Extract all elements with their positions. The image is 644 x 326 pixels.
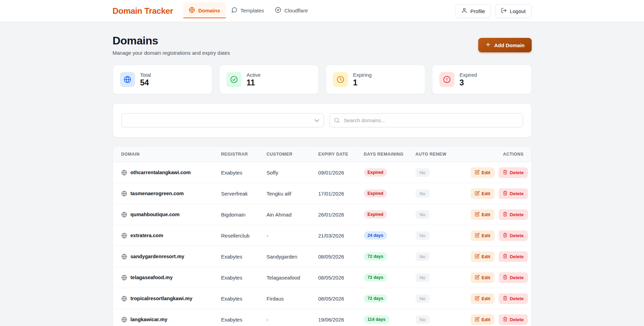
delete-button[interactable]: Delete [499,188,528,199]
main-nav: Domains Templates Cloudflare [183,0,313,22]
registrar-cell: Bigdomain [217,204,263,225]
trash-icon [503,254,508,260]
plus-circle-icon [275,7,281,14]
edit-button[interactable]: Edit [471,293,495,304]
add-domain-button[interactable]: Add Domain [478,38,531,52]
edit-button[interactable]: Edit [471,314,495,325]
edit-button-label: Edit [482,296,491,301]
edit-pencil-icon [475,170,480,176]
nav-tab-label: Cloudflare [284,8,308,13]
filter-bar [113,103,532,137]
search-input[interactable] [329,113,523,127]
globe-icon [121,191,127,197]
col-header-auto-renew: AUTO RENEW [411,147,467,162]
chat-bubble-icon [231,7,237,14]
delete-button[interactable]: Delete [499,167,528,178]
nav-tab-cloudflare[interactable]: Cloudflare [269,2,313,18]
days-remaining-badge: Expired [364,210,387,219]
customer-cell: Soffy [263,162,314,183]
auto-renew-badge: No [416,231,430,240]
registrar-cell: Exabytes [217,309,263,326]
trash-icon [503,275,508,281]
profile-button[interactable]: Profile [456,4,491,18]
app-logo: Domain Tracker [113,6,173,16]
delete-button[interactable]: Delete [499,314,528,325]
table-row: extratera.com Resellerclub - 21/03/2026 … [113,225,532,246]
days-remaining-badge: 72 days [364,252,387,261]
delete-button-label: Delete [510,275,524,280]
globe-icon [121,254,127,260]
expiry-date-cell: 09/01/2026 [314,162,360,183]
domain-name: tropicalresortlangkawi.my [131,296,193,301]
edit-button[interactable]: Edit [471,272,495,283]
edit-button-label: Edit [482,212,491,217]
user-icon [461,8,467,14]
stat-card: Active 11 [219,65,319,94]
customer-cell: Tengku alif [263,183,314,204]
trash-icon [503,233,508,239]
plus-icon [485,42,491,49]
col-header-expiry-date: EXPIRY DATE [314,147,360,162]
edit-button[interactable]: Edit [471,188,495,199]
stat-card: Expiring 1 [326,65,425,94]
stat-label: Expired [460,72,477,78]
globe-icon [121,275,127,281]
delete-button[interactable]: Delete [499,209,528,220]
stat-value: 3 [460,78,477,87]
customer-cell: Ain Ahmad [263,204,314,225]
table-row: sandygardenresort.my Exabytes Sandygarde… [113,246,532,267]
edit-button-label: Edit [482,275,491,280]
nav-tab-templates[interactable]: Templates [226,2,269,18]
days-remaining-badge: 24 days [364,231,387,240]
logout-button[interactable]: Logout [495,4,532,18]
trash-icon [503,296,508,302]
table-row: qumahboutique.com Bigdomain Ain Ahmad 26… [113,204,532,225]
registrar-cell: Serverfreak [217,183,263,204]
edit-button[interactable]: Edit [471,230,495,241]
domain-name: langkawicar.my [131,317,167,322]
table-row: langkawicar.my Exabytes - 19/06/2026 114… [113,309,532,326]
domain-name: telagaseafood.my [131,275,173,280]
domain-name: tasmenaerogreen.com [131,191,184,196]
globe-icon [121,212,127,218]
col-header-days-remaining: DAYS REMAINING [360,147,411,162]
page-title: Domains [113,34,230,47]
expiry-date-cell: 17/01/2026 [314,183,360,204]
edit-pencil-icon [475,254,480,260]
registrar-cell: Exabytes [217,267,263,288]
edit-button[interactable]: Edit [471,251,495,262]
days-remaining-badge: 114 days [364,315,389,324]
domain-name: othcarrentalangkawi.com [131,170,191,175]
check-circle-icon [226,72,242,87]
days-remaining-badge: Expired [364,189,387,198]
stat-value: 54 [140,78,151,87]
nav-tab-label: Domains [198,8,220,13]
search-box [329,113,523,127]
edit-button[interactable]: Edit [471,209,495,220]
nav-tab-domains[interactable]: Domains [183,2,225,18]
stat-value: 11 [247,78,261,87]
edit-button[interactable]: Edit [471,167,495,178]
domains-table: DOMAIN REGISTRAR CUSTOMER EXPIRY DATE DA… [113,147,532,326]
auto-renew-badge: No [416,294,430,303]
delete-button[interactable]: Delete [499,272,528,283]
stat-value: 1 [353,78,372,87]
delete-button[interactable]: Delete [499,293,528,304]
customer-cell: Telagaseafood [263,267,314,288]
main-content: Domains Manage your domain registrations… [102,22,543,326]
auto-renew-badge: No [416,210,430,219]
expiry-date-cell: 19/06/2026 [314,309,360,326]
clock-icon [333,72,348,87]
globe-icon [189,7,195,14]
globe-icon [121,296,127,302]
status-filter-select[interactable] [121,113,324,127]
logout-button-label: Logout [510,8,526,14]
table-header-row: DOMAIN REGISTRAR CUSTOMER EXPIRY DATE DA… [113,147,532,162]
auto-renew-badge: No [416,189,430,198]
delete-button[interactable]: Delete [499,251,528,262]
expiry-date-cell: 26/01/2026 [314,204,360,225]
delete-button[interactable]: Delete [499,230,528,241]
customer-cell: - [263,225,314,246]
delete-button-label: Delete [510,191,524,196]
stat-label: Total [140,72,151,78]
